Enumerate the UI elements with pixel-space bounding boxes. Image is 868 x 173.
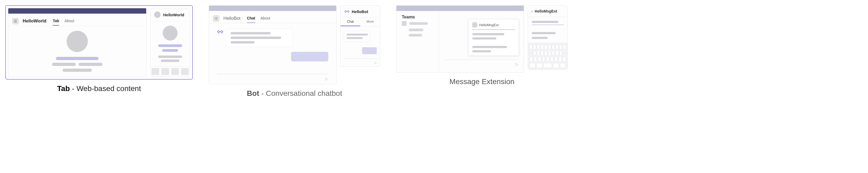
svg-point-9 (220, 31, 221, 32)
placeholder-line (63, 69, 92, 72)
mobile-title: HelloWorld (163, 13, 184, 17)
tab-chat[interactable]: Chat (247, 16, 255, 23)
mobile-chat-area (341, 26, 380, 58)
send-icon[interactable]: ▷ (374, 61, 377, 65)
back-icon[interactable]: ‹ (531, 9, 532, 14)
mobile-header: HelloBot (341, 6, 380, 18)
window-titlebar (209, 6, 336, 11)
placeholder-line (472, 46, 507, 48)
chat-panel: HelloMsgExt ▷ (439, 11, 524, 72)
mobile-search-results (528, 17, 567, 43)
placeholder-line (347, 37, 363, 39)
placeholder-line (472, 33, 504, 35)
mobile-tab-chat[interactable]: Chat (341, 18, 360, 26)
sidebar-item[interactable] (402, 21, 433, 26)
bot-message (344, 31, 370, 42)
placeholder-line (472, 50, 491, 52)
placeholder-line (230, 41, 254, 44)
svg-rect-6 (215, 19, 216, 20)
mobile-header: HelloWorld (150, 8, 190, 21)
svg-rect-5 (216, 17, 218, 18)
placeholder-line (79, 63, 102, 66)
mobile-compose[interactable]: ▷ (344, 58, 377, 67)
placeholder-line (52, 63, 76, 66)
app-name: HelloWorld (23, 19, 46, 24)
bot-desktop-window: HelloBot Chat About (209, 5, 337, 84)
placeholder-line (230, 36, 281, 39)
placeholder-line (472, 38, 496, 40)
app-icon (472, 22, 477, 27)
bot-message (217, 29, 328, 47)
app-name: HelloBot (223, 16, 241, 21)
search-underline (532, 25, 564, 25)
placeholder-line (158, 44, 182, 47)
placeholder-line (347, 34, 368, 35)
bot-code-icon (217, 29, 223, 35)
svg-rect-4 (215, 17, 216, 18)
svg-point-8 (219, 31, 220, 32)
tab-mobile-window: HelloWorld (150, 8, 190, 77)
svg-point-10 (346, 11, 347, 12)
placeholder-line (56, 57, 98, 60)
placeholder-line (162, 49, 178, 52)
user-message (291, 52, 328, 61)
mobile-header: ‹ HelloMsgExt (528, 6, 567, 17)
mobile-keyboard[interactable] (528, 43, 567, 69)
app-header: HelloWorld Tab About (8, 14, 146, 26)
send-icon[interactable]: ▷ (326, 77, 328, 81)
svg-point-11 (347, 11, 348, 12)
svg-rect-14 (473, 25, 474, 26)
placeholder-line (158, 55, 182, 58)
bot-code-icon (344, 9, 350, 14)
tab-tab[interactable]: Tab (53, 19, 59, 26)
mobile-title: HelloMsgExt (535, 9, 557, 14)
compose-box[interactable]: ▷ (444, 59, 518, 69)
avatar-placeholder (163, 26, 178, 41)
placeholder-line (532, 37, 548, 39)
app-header: HelloBot Chat About (209, 11, 336, 23)
send-icon[interactable]: ▷ (515, 62, 518, 67)
mobile-tab-more[interactable]: More (360, 18, 380, 26)
window-titlebar (397, 6, 524, 11)
app-icon (12, 18, 19, 24)
svg-rect-3 (16, 21, 17, 22)
svg-rect-1 (16, 19, 17, 21)
sidebar-subitem[interactable] (402, 29, 433, 31)
app-icon (213, 16, 219, 21)
sidebar-subitem[interactable] (402, 34, 433, 36)
svg-rect-13 (475, 23, 476, 25)
bot-mobile-window: HelloBot Chat More ▷ (340, 5, 380, 67)
window-titlebar (8, 8, 146, 14)
tab-about[interactable]: About (64, 19, 74, 26)
tab-desktop-window: HelloWorld Tab About (8, 8, 147, 77)
msgext-desktop-window: Teams (396, 5, 524, 73)
svg-rect-0 (14, 19, 15, 21)
tab-about[interactable]: About (260, 16, 270, 23)
svg-rect-15 (475, 25, 476, 26)
placeholder-line (161, 59, 180, 62)
placeholder-line (532, 32, 556, 34)
placeholder-line (230, 32, 271, 34)
compose-box[interactable]: ▷ (217, 74, 328, 84)
mobile-content (150, 21, 190, 66)
avatar-placeholder (67, 31, 88, 52)
msgext-popup: HelloMsgExt (468, 19, 519, 56)
chat-area (209, 23, 336, 74)
teams-sidebar: Teams (397, 11, 439, 72)
svg-rect-12 (473, 23, 474, 25)
placeholder-line (532, 21, 558, 23)
mobile-bottom-nav[interactable] (150, 66, 190, 77)
mobile-tabs: Chat More (341, 18, 380, 26)
mobile-title: HelloBot (352, 9, 368, 14)
panel-caption: Tab - Web-based content (57, 84, 141, 93)
panel-caption: Message Extension (450, 77, 515, 86)
svg-rect-7 (216, 19, 218, 20)
sidebar-title: Teams (397, 11, 439, 21)
panel-caption: Bot - Conversational chatbot (247, 89, 342, 98)
tab-content (8, 26, 146, 77)
user-message (362, 47, 377, 54)
avatar-icon (154, 11, 160, 18)
svg-rect-2 (14, 21, 15, 22)
popup-title: HelloMsgExt (479, 23, 499, 27)
msgext-mobile-window: ‹ HelloMsgExt (528, 5, 568, 70)
